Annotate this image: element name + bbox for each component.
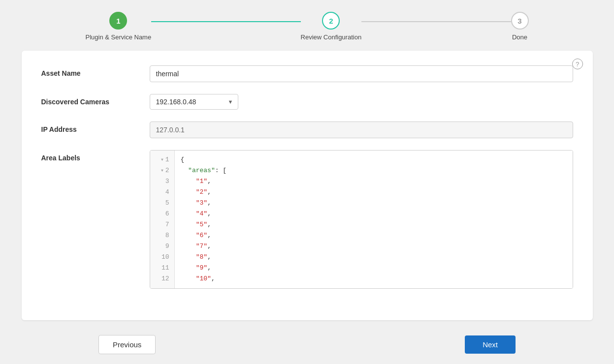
step-3-circle: 3: [511, 12, 529, 30]
step-2: 2 Review Configuration: [301, 12, 362, 41]
asset-name-row: Asset Name: [41, 65, 573, 82]
line-number: ▼2: [150, 165, 174, 176]
code-line: "10",: [175, 273, 573, 284]
step-1-label: Plugin & Service Name: [86, 33, 152, 41]
code-token: ,: [207, 232, 211, 239]
help-icon[interactable]: ?: [572, 59, 583, 69]
step-3-label: Done: [512, 33, 527, 41]
code-token: "1": [196, 178, 207, 185]
step-1-circle: 1: [109, 12, 127, 30]
code-token: "8": [196, 253, 207, 261]
main-content: ? Asset Name Discovered Cameras 192.168.…: [0, 51, 614, 320]
code-content: { "areas": [ "1", "2", "3", "4", "5", "6…: [175, 151, 573, 288]
code-token: "6": [196, 232, 207, 239]
step-connector-1: [151, 21, 300, 22]
code-token: ,: [207, 253, 211, 261]
code-token: "2": [196, 188, 207, 196]
discovered-cameras-label: Discovered Cameras: [41, 94, 150, 106]
line-number: 7: [150, 219, 174, 230]
line-number: 4: [150, 187, 174, 198]
code-token: ,: [207, 264, 211, 272]
code-token: "5": [196, 221, 207, 228]
step-connector-2: [361, 21, 511, 22]
code-token: "7": [196, 243, 207, 250]
step-3: 3 Done: [511, 12, 529, 41]
ip-address-label: IP Address: [41, 121, 150, 133]
code-table: ▼1▼23456789101112 { "areas": [ "1", "2",…: [150, 151, 573, 288]
discovered-cameras-select[interactable]: 192.168.0.48: [150, 94, 238, 110]
code-line: "7",: [175, 241, 573, 252]
code-token: ,: [207, 210, 211, 217]
area-labels-control: ▼1▼23456789101112 { "areas": [ "1", "2",…: [150, 150, 573, 289]
line-number: 3: [150, 176, 174, 187]
code-token: "3": [196, 199, 207, 207]
code-line: "9",: [175, 263, 573, 273]
fold-arrow-icon: ▼: [161, 154, 163, 165]
code-token: {: [181, 156, 185, 163]
area-labels-row: Area Labels ▼1▼23456789101112 { "areas":…: [41, 150, 573, 289]
previous-button[interactable]: Previous: [98, 335, 156, 354]
code-token: "areas": [188, 167, 215, 174]
stepper: 1 Plugin & Service Name 2 Review Configu…: [86, 12, 529, 41]
code-editor[interactable]: ▼1▼23456789101112 { "areas": [ "1", "2",…: [150, 150, 573, 289]
code-line: "areas": [: [175, 165, 573, 176]
code-line: "1",: [175, 176, 573, 187]
line-number: 10: [150, 252, 174, 263]
stepper-container: 1 Plugin & Service Name 2 Review Configu…: [0, 0, 614, 51]
fold-arrow-icon: ▼: [161, 165, 163, 176]
code-line: "8",: [175, 252, 573, 263]
code-line: "2",: [175, 187, 573, 198]
discovered-cameras-row: Discovered Cameras 192.168.0.48 ▼: [41, 94, 573, 110]
code-token: ,: [211, 275, 215, 282]
code-token: "4": [196, 210, 207, 217]
asset-name-input[interactable]: [150, 65, 573, 82]
ip-address-control: [150, 121, 573, 138]
line-number: 8: [150, 230, 174, 241]
code-token: "9": [196, 264, 207, 272]
discovered-cameras-control: 192.168.0.48 ▼: [150, 94, 573, 110]
area-labels-label: Area Labels: [41, 150, 150, 162]
code-token: ,: [207, 199, 211, 207]
asset-name-control: [150, 65, 573, 82]
line-number: 5: [150, 198, 174, 209]
code-line: "5",: [175, 219, 573, 230]
code-token: ,: [207, 188, 211, 196]
discovered-cameras-select-wrapper: 192.168.0.48 ▼: [150, 94, 238, 110]
code-line: "6",: [175, 230, 573, 241]
step-1: 1 Plugin & Service Name: [86, 12, 152, 41]
line-number: 11: [150, 263, 174, 273]
code-token: ,: [207, 178, 211, 185]
code-token: : [: [215, 167, 226, 174]
line-number: 9: [150, 241, 174, 252]
asset-name-label: Asset Name: [41, 65, 150, 77]
bottom-bar: Previous Next: [0, 320, 614, 364]
ip-address-input[interactable]: [150, 121, 573, 138]
step-2-label: Review Configuration: [301, 33, 362, 41]
step-2-circle: 2: [322, 12, 340, 30]
line-number: 12: [150, 273, 174, 284]
code-line: {: [175, 154, 573, 165]
code-line: "4",: [175, 209, 573, 219]
ip-address-row: IP Address: [41, 121, 573, 138]
config-card: ? Asset Name Discovered Cameras 192.168.…: [22, 51, 593, 320]
line-numbers: ▼1▼23456789101112: [150, 151, 175, 288]
next-button[interactable]: Next: [465, 335, 516, 354]
line-number: ▼1: [150, 154, 174, 165]
code-token: ,: [207, 243, 211, 250]
line-number: 6: [150, 209, 174, 219]
code-token: ,: [207, 221, 211, 228]
code-token: "10": [196, 275, 211, 282]
code-line: "3",: [175, 198, 573, 209]
